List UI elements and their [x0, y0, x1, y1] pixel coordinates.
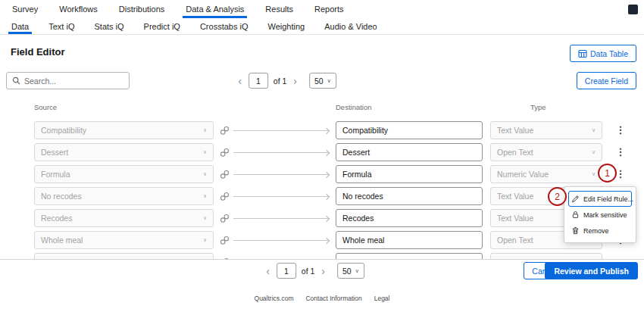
pagination-top: ‹ 1 of 1 › 50 ∨ [236, 72, 336, 89]
sub-navigation: Data Text iQ Stats iQ Predict iQ Crossta… [0, 18, 644, 35]
tab-workflows[interactable]: Workflows [48, 0, 108, 18]
row-context-menu: Edit Field Rule... Mark sensitive Remove [564, 186, 636, 243]
arrow-connector [233, 240, 329, 241]
source-value: Compatibility [41, 126, 86, 135]
source-select[interactable]: Whole meal ∨ [34, 231, 214, 249]
type-select[interactable]: Text Value ∨ [490, 121, 602, 139]
prev-page-icon[interactable]: ‹ [264, 266, 271, 276]
pencil-icon [571, 195, 580, 203]
type-select[interactable]: Numeric Value ∨ [490, 165, 602, 183]
edit-field-rule-item[interactable]: Edit Field Rule... [568, 191, 632, 207]
link-icon [220, 236, 230, 245]
column-header-source: Source [34, 103, 57, 111]
data-table-button[interactable]: Data Table [570, 45, 636, 62]
remove-item[interactable]: Remove [568, 223, 632, 239]
review-and-publish-button[interactable]: Review and Publish [545, 262, 638, 279]
global-apps-icon[interactable] [628, 5, 638, 14]
arrow-connector [233, 174, 329, 175]
source-select[interactable]: Dessert ∨ [34, 143, 214, 161]
chevron-down-icon: ∨ [327, 78, 331, 84]
chevron-down-icon: ∨ [199, 237, 207, 243]
column-header-destination: Destination [336, 103, 372, 111]
source-value: Whole meal [41, 236, 83, 245]
search-box[interactable] [6, 72, 130, 89]
table-row: Recodes ∨ Recodes Text Value ∨ ⋮ [0, 207, 644, 229]
source-select[interactable]: Formula ∨ [34, 165, 214, 183]
type-value: Text Value [497, 214, 533, 223]
remove-label: Remove [583, 227, 609, 235]
source-select[interactable]: Compatibility ∨ [34, 121, 214, 139]
chevron-down-icon: ∨ [199, 149, 207, 155]
subtab-crosstabs-iq[interactable]: Crosstabs iQ [190, 18, 258, 34]
trash-icon [571, 226, 580, 235]
footer: Qualtrics.com Contact Information Legal [0, 295, 644, 302]
mark-sensitive-label: Mark sensitive [583, 211, 627, 219]
top-navigation: Survey Workflows Distributions Data & An… [0, 0, 644, 18]
page-size-select[interactable]: 50 ∨ [337, 263, 364, 279]
destination-value: Whole meal [342, 236, 384, 245]
arrow-connector [233, 152, 329, 153]
table-row: Whole meal ∨ Whole meal Open Text ∨ ⋮ [0, 229, 644, 251]
next-page-icon[interactable]: › [292, 76, 299, 86]
create-field-button[interactable]: Create Field [577, 72, 636, 89]
link-icon [220, 148, 230, 158]
type-value: Numeric Value [497, 170, 549, 179]
chevron-down-icon: ∨ [199, 171, 207, 177]
destination-value: Formula [342, 170, 372, 179]
edit-field-rule-label: Edit Field Rule... [583, 195, 633, 203]
kebab-menu-button[interactable]: ⋮ [614, 122, 627, 139]
tab-distributions[interactable]: Distributions [108, 0, 176, 18]
annotation-step-1: 1 [598, 164, 617, 183]
type-value: Open Text [497, 148, 533, 157]
chevron-down-icon: ∨ [587, 127, 596, 133]
tab-survey[interactable]: Survey [2, 0, 48, 18]
destination-input[interactable]: Compatibility [336, 121, 483, 139]
search-input[interactable] [24, 76, 127, 86]
prev-page-icon[interactable]: ‹ [236, 76, 243, 86]
subtab-stats-iq[interactable]: Stats iQ [84, 18, 133, 34]
chevron-down-icon: ∨ [199, 215, 207, 221]
qualtrics-app-window: Survey Workflows Distributions Data & An… [0, 0, 644, 312]
tab-data-analysis[interactable]: Data & Analysis [175, 0, 255, 18]
link-icon [220, 126, 230, 136]
subtab-predict-iq[interactable]: Predict iQ [134, 18, 190, 34]
subtab-data[interactable]: Data [2, 18, 39, 34]
mark-sensitive-item[interactable]: Mark sensitive [568, 207, 632, 223]
lock-icon [571, 211, 580, 219]
source-select[interactable]: No recodes ∨ [34, 187, 214, 205]
tab-results[interactable]: Results [255, 0, 304, 18]
source-select[interactable]: Recodes ∨ [34, 209, 214, 227]
annotation-step-2: 2 [548, 187, 567, 206]
page-number-input[interactable]: 1 [277, 263, 296, 279]
page-of-label: of 1 [274, 76, 287, 86]
arrow-connector [233, 130, 329, 131]
type-select[interactable]: Open Text ∨ [490, 143, 602, 161]
review-and-publish-label: Review and Publish [554, 267, 629, 276]
table-row: Compatibility ∨ Compatibility Text Value… [0, 120, 644, 142]
chevron-down-icon: ∨ [587, 149, 596, 155]
subtab-audio-video[interactable]: Audio & Video [314, 18, 387, 34]
page-of-label: of 1 [302, 267, 315, 276]
destination-input[interactable]: Whole meal [336, 231, 483, 249]
footer-link-qualtrics[interactable]: Qualtrics.com [255, 295, 294, 302]
page-size-select[interactable]: 50 ∨ [309, 73, 336, 89]
footer-link-legal[interactable]: Legal [374, 295, 390, 302]
source-value: Recodes [41, 214, 72, 223]
kebab-menu-button[interactable]: ⋮ [614, 144, 627, 161]
destination-input[interactable]: Formula [336, 165, 483, 183]
source-value: Formula [41, 170, 70, 179]
subtab-text-iq[interactable]: Text iQ [39, 18, 84, 34]
destination-input[interactable]: Dessert [336, 143, 483, 161]
page-number-input[interactable]: 1 [249, 73, 268, 89]
destination-input[interactable]: Recodes [336, 209, 483, 227]
subtab-weighting[interactable]: Weighting [258, 18, 314, 34]
destination-input[interactable]: No recodes [336, 187, 483, 205]
footer-link-contact[interactable]: Contact Information [305, 295, 361, 302]
link-icon [220, 170, 230, 179]
tab-reports[interactable]: Reports [304, 0, 355, 18]
next-page-icon[interactable]: › [320, 266, 327, 276]
arrow-connector [233, 196, 329, 197]
link-icon [220, 214, 230, 223]
destination-value: No recodes [342, 192, 383, 201]
table-row: Formula ∨ Formula Numeric Value ∨ ⋮ [0, 164, 644, 186]
